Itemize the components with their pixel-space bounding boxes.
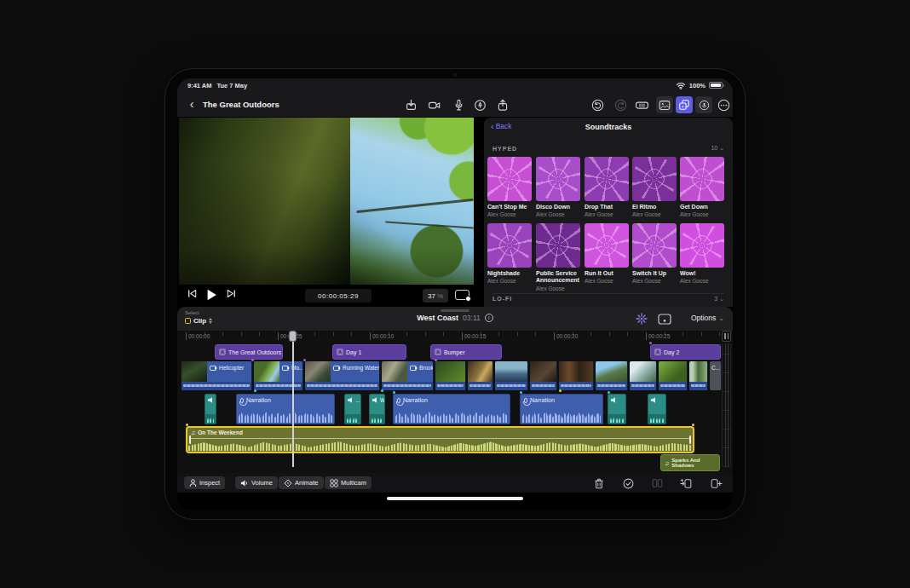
speaker-icon — [240, 479, 249, 487]
camera-icon — [210, 366, 216, 371]
inspect-button[interactable]: Inspect — [184, 476, 225, 489]
home-indicator[interactable] — [387, 497, 523, 500]
skip-back-icon[interactable] — [187, 289, 197, 298]
title-icon: A — [435, 349, 441, 355]
timeline-ruler[interactable]: 00:00:00 00:00:05 00:00:10 00:00:15 00:0… — [177, 331, 733, 343]
playhead[interactable] — [292, 331, 294, 467]
volume-button[interactable]: Volume — [235, 476, 278, 489]
redo-icon — [613, 98, 628, 112]
insert-left-icon[interactable] — [680, 477, 692, 489]
play-icon[interactable] — [206, 289, 217, 301]
video-clip[interactable] — [435, 361, 466, 390]
media-browser-icon[interactable] — [676, 96, 693, 113]
video-clip[interactable]: Brook — [382, 361, 434, 390]
insert-right-icon[interactable] — [711, 477, 723, 489]
sfx-clip[interactable] — [648, 394, 666, 424]
music-clip[interactable]: ♫Sparks And Shadows — [660, 454, 720, 471]
checkmark-circle-icon[interactable] — [622, 477, 634, 489]
display-output-icon[interactable] — [455, 290, 469, 300]
narration-clip[interactable]: Narration — [236, 394, 335, 424]
sfx-clip[interactable]: W... — [369, 394, 385, 424]
video-clip[interactable] — [689, 361, 708, 390]
video-clip[interactable] — [530, 361, 557, 390]
camera-icon[interactable] — [427, 98, 441, 112]
volume-line[interactable] — [190, 438, 690, 439]
camera-icon — [282, 366, 289, 371]
soundtrack-tile[interactable] — [632, 223, 677, 268]
soundtracks-panel: ‹Back Soundtracks HYPED 10 ⌄ Can't Stop … — [484, 118, 733, 307]
import-icon[interactable] — [404, 98, 418, 112]
photos-icon[interactable] — [656, 96, 673, 113]
music-clip-selected[interactable]: ♫On The Weekend — [186, 426, 694, 453]
track-label: El RitmoAlex Goose — [632, 204, 680, 218]
video-clip[interactable]: Running Water 2 — [305, 361, 380, 390]
trash-icon[interactable] — [593, 477, 605, 489]
soundtrack-tile[interactable] — [536, 223, 580, 268]
section-header-hyped[interactable]: HYPED 10 ⌄ — [492, 143, 724, 153]
video-clip[interactable] — [596, 361, 628, 390]
voiceover-icon[interactable] — [695, 96, 712, 113]
soundtrack-tile[interactable] — [680, 223, 724, 268]
inspector-icon — [189, 479, 197, 487]
speaker-icon — [372, 397, 378, 403]
drag-handle[interactable] — [441, 309, 469, 312]
track-height-control[interactable] — [722, 331, 731, 342]
soundtrack-tile[interactable] — [585, 157, 629, 201]
video-clip[interactable]: C... — [710, 361, 722, 390]
video-clip[interactable] — [630, 361, 657, 390]
timeline-project-name: West Coast — [417, 314, 458, 322]
video-clip[interactable]: Helicopter — [181, 361, 252, 390]
markup-icon[interactable] — [473, 98, 487, 112]
clip-marker — [520, 391, 522, 394]
video-clip[interactable] — [468, 361, 493, 390]
sfx-clip[interactable]: ... — [344, 394, 361, 424]
title-clip[interactable]: ADay 2 — [650, 344, 721, 360]
clip-marker — [649, 342, 652, 344]
bottom-toolbar: Inspect Volume Animate Multicam — [177, 473, 733, 493]
title-clip[interactable]: ADay 1 — [332, 344, 406, 360]
title-clip[interactable]: ABumper — [430, 344, 502, 360]
battery-percent: 100% — [689, 82, 706, 89]
date: Tue 7 May — [216, 82, 247, 89]
video-clip[interactable] — [495, 361, 528, 390]
video-clip[interactable] — [559, 361, 594, 390]
soundtrack-tile[interactable] — [487, 157, 532, 201]
soundtrack-tile[interactable] — [536, 157, 580, 201]
animate-button[interactable]: Animate — [279, 476, 324, 489]
timecode-display[interactable]: 00:00:05:29 — [305, 289, 371, 303]
back-chevron-icon[interactable]: ‹ — [186, 98, 198, 112]
info-icon[interactable]: i — [485, 314, 493, 322]
soundtrack-tile[interactable] — [487, 223, 532, 268]
section-header-lofi[interactable]: LO-FI 3 ⌄ — [492, 293, 724, 303]
clock: 9:41 AM — [187, 82, 211, 89]
video-clip[interactable] — [659, 361, 688, 390]
playhead-handle[interactable] — [289, 331, 297, 342]
sfx-clip[interactable] — [204, 394, 216, 424]
soundtrack-tile[interactable] — [632, 157, 677, 201]
video-preview[interactable] — [179, 118, 474, 285]
narration-clip[interactable]: Narration — [520, 394, 603, 424]
speaker-icon — [611, 397, 617, 403]
soundtrack-tile[interactable] — [680, 157, 724, 201]
undo-icon[interactable] — [590, 98, 605, 112]
options-button[interactable]: Options ⌄ — [691, 314, 724, 322]
overview-icon[interactable] — [636, 313, 648, 328]
jog-wheel-icon[interactable] — [635, 98, 649, 112]
narration-clip[interactable]: Narration — [393, 394, 510, 424]
title-clip[interactable]: AThe Great Outdoors — [215, 344, 283, 360]
microphone-icon[interactable] — [452, 98, 466, 112]
timeline-header: Select Clip West Coast 03:11 i Options ⌄ — [177, 307, 733, 331]
soundtrack-tile[interactable] — [585, 223, 629, 268]
track-label: Disco DownAlex Goose — [536, 204, 584, 218]
multicam-button[interactable]: Multicam — [325, 476, 371, 489]
sfx-clip[interactable] — [608, 394, 626, 424]
skip-forward-icon[interactable] — [227, 289, 236, 298]
top-toolbar: ‹ The Great Outdoors — [177, 92, 733, 118]
timeline-scrollbar[interactable] — [722, 331, 731, 467]
zoom-level[interactable]: 37% — [423, 289, 448, 303]
speaker-icon — [208, 397, 214, 403]
picture-in-picture-icon[interactable] — [658, 313, 671, 328]
video-clip[interactable]: Mo... — [254, 361, 303, 390]
more-icon[interactable] — [717, 98, 731, 112]
share-icon[interactable] — [495, 98, 510, 112]
